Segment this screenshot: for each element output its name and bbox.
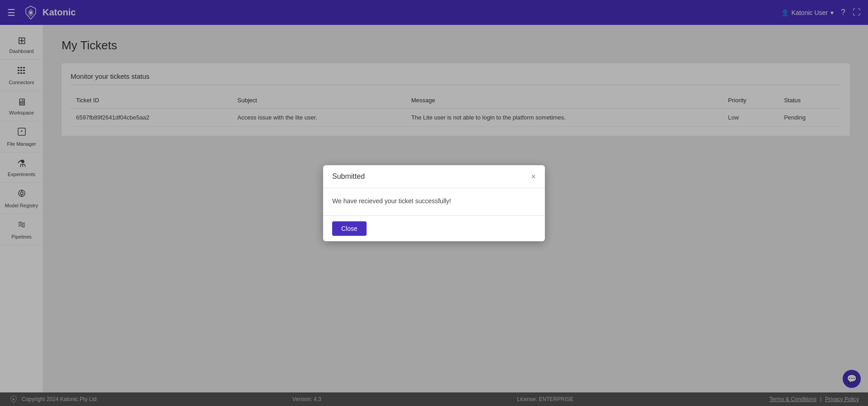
modal-title: Submitted (332, 172, 365, 181)
modal-footer: Close (323, 215, 545, 241)
modal-body: We have recieved your ticket successfull… (323, 188, 545, 215)
modal-header: Submitted × (323, 165, 545, 188)
modal-close-button[interactable]: Close (332, 221, 367, 236)
modal-overlay: Submitted × We have recieved your ticket… (0, 0, 868, 406)
modal-message: We have recieved your ticket successfull… (332, 197, 536, 205)
modal-close-x-button[interactable]: × (531, 172, 536, 181)
submitted-modal: Submitted × We have recieved your ticket… (323, 165, 545, 241)
